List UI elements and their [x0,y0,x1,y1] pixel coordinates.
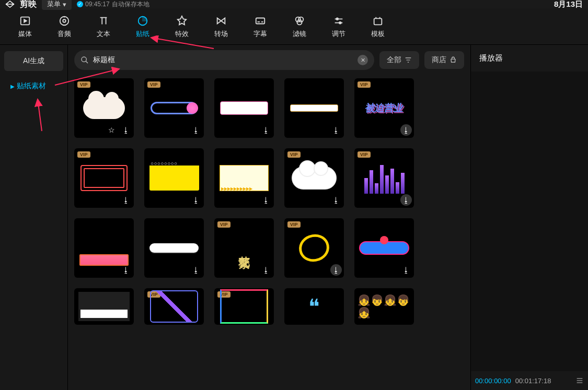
download-icon: ⭳ [332,126,340,134]
sidebar-sticker-assets[interactable]: ▶ 贴纸素材 [4,76,63,96]
sticker-item[interactable] [74,288,134,325]
sidebar-item-label: 贴纸素材 [17,81,46,91]
download-button[interactable]: ⭳ [260,264,272,276]
sticker-item[interactable]: 👧👦👧👦👧 [354,288,414,325]
download-icon: ⭳ [262,196,270,204]
sticker-item[interactable]: VIP 繁花 ⭳ [214,218,274,278]
title-bar: 剪映 菜单 ▾ ✓ 09:45:17 自动保存本地 8月13日 [0,0,588,8]
sticker-item[interactable]: ⭳ [284,78,344,138]
download-icon: ⭳ [332,266,340,274]
svg-point-7 [297,20,302,25]
autosave-status: ✓ 09:45:17 自动保存本地 [77,0,149,9]
effect-icon [176,15,188,27]
tab-label: 转场 [214,29,228,39]
download-button[interactable]: ⭳ [190,124,202,136]
download-button[interactable]: ⭳ [260,194,272,206]
sticker-item[interactable]: VIP ⭳ [354,148,414,208]
sticker-item[interactable]: ⭳ [144,148,204,208]
svg-rect-4 [256,18,264,23]
store-button[interactable]: 商店 [424,51,464,69]
download-icon: ⭳ [262,266,270,274]
sticker-item[interactable]: VIP ⭳ [144,78,204,138]
download-button[interactable]: ⭳ [330,264,342,276]
tab-label: 音频 [57,29,71,39]
media-icon [19,15,31,27]
player-timecode: 00:00:00:00 00:01:17:18 [471,371,588,390]
sidebar-item-label: AI生成 [23,56,44,66]
download-button[interactable]: ⭳ [190,264,202,276]
download-button[interactable]: ⭳ [120,194,132,206]
download-button[interactable]: ⭳ [190,194,202,206]
sticker-item[interactable]: ⭳ [214,148,274,208]
search-box[interactable]: ✕ [74,50,374,70]
triangle-right-icon: ▶ [10,84,15,89]
download-button[interactable]: ⭳ [120,124,132,136]
tab-label: 模板 [371,29,385,39]
vip-badge: VIP [358,151,371,158]
download-button[interactable]: ⭳ [260,124,272,136]
download-icon: ⭳ [402,266,410,274]
download-button[interactable]: ⭳ [400,124,412,136]
download-icon: ⭳ [402,126,410,134]
sticker-item[interactable]: VIP ⭳ [284,148,344,208]
vip-badge: VIP [287,221,301,228]
tab-audio[interactable]: 音频 [44,8,84,44]
sticker-item[interactable]: ⭳ [74,218,134,278]
svg-point-1 [60,16,68,25]
tab-transition[interactable]: 转场 [201,8,240,44]
tab-filter[interactable]: 滤镜 [280,8,319,44]
player-viewport[interactable] [471,72,588,371]
sticker-item[interactable]: VIP ⭳ [74,148,134,208]
tab-caption[interactable]: 字幕 [240,8,280,44]
sticker-item[interactable]: ⭳ [214,78,274,138]
download-button[interactable]: ⭳ [120,264,132,276]
vip-badge: VIP [147,81,160,88]
sticker-item[interactable]: ⭳ [144,218,204,278]
vip-badge: VIP [147,291,160,298]
tab-label: 文本 [97,29,110,39]
tab-text[interactable]: 文本 [84,8,123,44]
list-icon[interactable] [575,376,584,385]
template-icon [372,15,384,27]
svg-point-2 [63,19,66,22]
app-logo-icon [5,0,15,8]
svg-point-8 [336,18,338,20]
sticker-item[interactable]: ⭳ [354,218,414,278]
download-button[interactable]: ⭳ [400,194,412,206]
sticker-item[interactable]: VIP ☆ ⭳ [74,78,134,138]
player-panel: 播放器 00:00:00:00 00:01:17:18 [470,45,588,390]
transition-icon [215,15,227,27]
sidebar-ai-generate[interactable]: AI生成 [4,51,63,71]
tab-media[interactable]: 媒体 [5,8,44,44]
vip-badge: VIP [287,151,301,158]
sticker-item[interactable]: VIP [144,288,204,325]
tab-effect[interactable]: 特效 [162,8,201,44]
store-icon [449,56,457,64]
clear-search-button[interactable]: ✕ [358,55,368,65]
tab-label: 媒体 [18,29,32,39]
sticker-item[interactable]: VIP [214,288,274,325]
filter-all-button[interactable]: 全部 [379,51,419,69]
favorite-button[interactable]: ☆ [106,124,117,136]
search-icon [80,56,89,64]
sticker-item[interactable]: ❝ [284,288,344,325]
tab-sticker[interactable]: 贴纸 [123,8,162,44]
vip-badge: VIP [217,291,230,298]
tab-template[interactable]: 模板 [358,8,397,44]
download-button[interactable]: ⭳ [400,264,412,276]
timecode-current: 00:00:00:00 [475,377,511,385]
text-icon [97,15,110,27]
download-button[interactable]: ⭳ [330,124,342,136]
search-input[interactable] [93,56,353,64]
tab-label: 特效 [175,29,189,39]
download-icon: ⭳ [122,196,130,204]
vip-badge: VIP [358,81,371,88]
download-icon: ⭳ [262,126,270,134]
tab-label: 滤镜 [293,29,306,39]
sticker-item[interactable]: VIP ⭳ [284,218,344,278]
sticker-item[interactable]: VIP 被迫营业 ⭳ [354,78,414,138]
download-button[interactable]: ⭳ [330,194,342,206]
svg-point-9 [339,21,341,23]
download-icon: ⭳ [192,126,200,134]
tab-adjust[interactable]: 调节 [319,8,358,44]
